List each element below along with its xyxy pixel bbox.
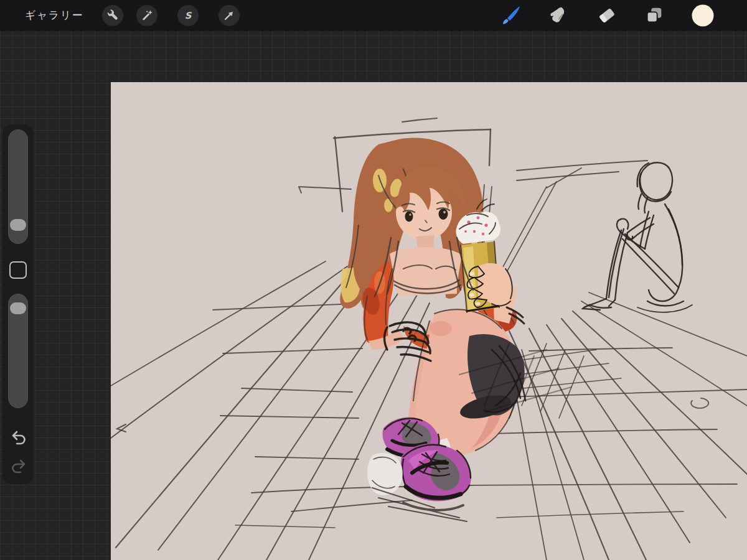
wrench-icon bbox=[105, 8, 120, 23]
selection-s-icon: S bbox=[181, 8, 195, 23]
selection-button[interactable]: S bbox=[177, 5, 199, 26]
artwork-floor-lines-right bbox=[467, 292, 747, 560]
undo-icon[interactable] bbox=[11, 429, 27, 446]
artwork-girl bbox=[340, 138, 571, 521]
topbar: ギャラリー S bbox=[0, 0, 747, 31]
canvas[interactable] bbox=[111, 82, 747, 560]
svg-text:S: S bbox=[185, 10, 192, 21]
magic-wand-icon bbox=[139, 8, 154, 23]
brush-size-handle[interactable] bbox=[10, 219, 26, 231]
artwork-gesture-figure bbox=[583, 162, 692, 312]
transform-button[interactable] bbox=[218, 5, 240, 26]
gallery-button[interactable]: ギャラリー bbox=[25, 0, 83, 31]
paintbrush-icon bbox=[499, 4, 522, 27]
layers-button[interactable] bbox=[642, 4, 666, 27]
transform-arrow-icon bbox=[222, 8, 237, 23]
opacity-handle[interactable] bbox=[10, 302, 26, 314]
smudge-icon bbox=[547, 5, 568, 26]
artwork bbox=[111, 82, 747, 560]
smudge-tool-button[interactable] bbox=[546, 4, 570, 27]
tool-sidebar bbox=[2, 124, 34, 484]
eraser-tool-button[interactable] bbox=[595, 4, 619, 27]
app-background: ギャラリー S bbox=[0, 0, 747, 560]
color-button[interactable] bbox=[691, 4, 715, 27]
brush-tool-button[interactable] bbox=[499, 4, 522, 27]
adjustments-button[interactable] bbox=[136, 5, 157, 26]
modify-button[interactable] bbox=[9, 261, 27, 279]
eraser-icon bbox=[596, 5, 618, 26]
actions-button[interactable] bbox=[102, 5, 123, 26]
color-swatch-icon bbox=[691, 4, 715, 27]
redo-icon[interactable] bbox=[11, 458, 27, 474]
layers-icon bbox=[644, 5, 665, 26]
